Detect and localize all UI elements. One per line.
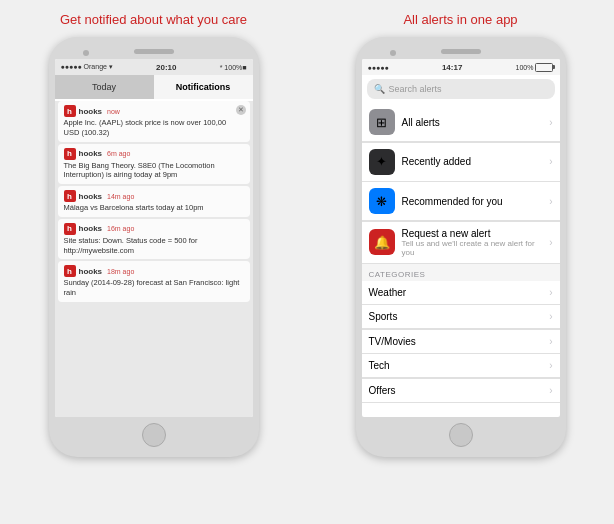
notif-app-3: hooks [79, 192, 103, 201]
notif-time-2: 6m ago [107, 150, 130, 157]
tab-today[interactable]: Today [55, 75, 154, 99]
notif-item-2: h hooks 6m ago The Big Bang Theory. S8E0… [58, 144, 250, 185]
notif-app-2: hooks [79, 149, 103, 158]
notif-time-5: 18m ago [107, 268, 134, 275]
notif-body-1: Apple Inc. (AAPL) stock price is now ove… [64, 118, 244, 138]
alerts-list: ⊞ All alerts › ✦ Recently added › ❋ Reco… [362, 103, 560, 403]
hooks-icon-4: h [64, 223, 76, 235]
speaker-left [134, 49, 174, 54]
weather-label: Weather [369, 287, 543, 298]
status-bar-left: ●●●●● Orange ▾ 20:10 * 100%■ [55, 59, 253, 75]
left-panel: Get notified about what you care ●●●●● O… [0, 0, 307, 524]
request-chevron: › [549, 237, 552, 248]
notif-header-3: h hooks 14m ago [64, 190, 244, 202]
offers-chevron: › [549, 385, 552, 396]
notif-header-2: h hooks 6m ago [64, 148, 244, 160]
category-tech[interactable]: Tech › [362, 354, 560, 378]
right-panel-title: All alerts in one app [403, 12, 517, 27]
sports-label: Sports [369, 311, 543, 322]
notif-time-1: now [107, 108, 120, 115]
right-screen: ●●●●● 14:17 100% 🔍 Search alerts ⊞ [362, 59, 560, 417]
tab-notifications[interactable]: Notifications [154, 75, 253, 99]
phone-bottom-right [362, 417, 560, 449]
category-tvmovies[interactable]: TV/Movies › [362, 330, 560, 354]
left-phone: ●●●●● Orange ▾ 20:10 * 100%■ Today Notif… [49, 37, 259, 457]
tech-chevron: › [549, 360, 552, 371]
right-panel: All alerts in one app ●●●●● 14:17 100% 🔍 [307, 0, 614, 524]
notif-item-5: h hooks 18m ago Sunday (2014-09-28) fore… [58, 261, 250, 302]
notif-item-4: h hooks 16m ago Site status: Down. Statu… [58, 219, 250, 260]
category-sports[interactable]: Sports › [362, 305, 560, 329]
notif-body-3: Málaga vs Barcelona starts today at 10pm [64, 203, 244, 213]
notif-header-5: h hooks 18m ago [64, 265, 244, 277]
notif-body-2: The Big Bang Theory. S8E0 (The Locomotio… [64, 161, 244, 181]
tvmovies-chevron: › [549, 336, 552, 347]
notif-time-3: 14m ago [107, 193, 134, 200]
request-icon: 🔔 [369, 229, 395, 255]
tvmovies-label: TV/Movies [369, 336, 543, 347]
battery-left: * 100%■ [220, 64, 247, 71]
recently-added-icon: ✦ [369, 149, 395, 175]
camera-left [83, 50, 89, 56]
nc-content: h hooks now ✕ Apple Inc. (AAPL) stock pr… [55, 101, 253, 417]
notif-app-1: hooks [79, 107, 103, 116]
carrier-right: ●●●●● [368, 64, 389, 71]
notif-item-1: h hooks now ✕ Apple Inc. (AAPL) stock pr… [58, 101, 250, 142]
status-bar-right: ●●●●● 14:17 100% [362, 59, 560, 75]
phone-top-right [362, 45, 560, 59]
home-button-right[interactable] [449, 423, 473, 447]
notif-body-5: Sunday (2014-09-28) forecast at San Fran… [64, 278, 244, 298]
home-button-left[interactable] [142, 423, 166, 447]
phone-bottom-left [55, 417, 253, 449]
weather-chevron: › [549, 287, 552, 298]
alert-item-request[interactable]: 🔔 Request a new alert Tell us and we'll … [362, 222, 560, 264]
tech-label: Tech [369, 360, 543, 371]
right-phone: ●●●●● 14:17 100% 🔍 Search alerts ⊞ [356, 37, 566, 457]
notif-header-4: h hooks 16m ago [64, 223, 244, 235]
notif-app-5: hooks [79, 267, 103, 276]
sports-chevron: › [549, 311, 552, 322]
request-sub: Tell us and we'll create a new alert for… [402, 239, 543, 257]
request-label: Request a new alert [402, 228, 543, 239]
request-text-block: Request a new alert Tell us and we'll cr… [402, 228, 543, 257]
recommended-icon: ❋ [369, 188, 395, 214]
recommended-label: Recommended for you [402, 196, 543, 207]
recommended-chevron: › [549, 196, 552, 207]
battery-bar-right [535, 63, 553, 72]
hooks-icon-5: h [64, 265, 76, 277]
recently-added-label: Recently added [402, 156, 543, 167]
battery-pct-right: 100% [516, 64, 534, 71]
all-alerts-icon: ⊞ [369, 109, 395, 135]
alert-item-recommended[interactable]: ❋ Recommended for you › [362, 182, 560, 221]
alert-item-all[interactable]: ⊞ All alerts › [362, 103, 560, 142]
notif-time-4: 16m ago [107, 225, 134, 232]
recently-added-chevron: › [549, 156, 552, 167]
category-offers[interactable]: Offers › [362, 379, 560, 403]
notif-header-1: h hooks now [64, 105, 244, 117]
alert-item-recent[interactable]: ✦ Recently added › [362, 143, 560, 182]
nc-tabs: Today Notifications [55, 75, 253, 99]
hooks-icon-2: h [64, 148, 76, 160]
battery-right: 100% [516, 63, 554, 72]
speaker-right [441, 49, 481, 54]
hooks-icon-1: h [64, 105, 76, 117]
search-placeholder: Search alerts [389, 84, 442, 94]
left-screen: ●●●●● Orange ▾ 20:10 * 100%■ Today Notif… [55, 59, 253, 417]
search-bar[interactable]: 🔍 Search alerts [367, 79, 555, 99]
search-icon: 🔍 [374, 84, 385, 94]
camera-right [390, 50, 396, 56]
notif-item-3: h hooks 14m ago Málaga vs Barcelona star… [58, 186, 250, 217]
carrier-left: ●●●●● Orange ▾ [61, 63, 113, 71]
offers-label: Offers [369, 385, 543, 396]
categories-header: CATEGORIES [362, 264, 560, 281]
hooks-icon-3: h [64, 190, 76, 202]
all-alerts-chevron: › [549, 117, 552, 128]
all-alerts-label: All alerts [402, 117, 543, 128]
left-panel-title: Get notified about what you care [60, 12, 247, 27]
notif-close-1[interactable]: ✕ [236, 105, 246, 115]
time-right: 14:17 [442, 63, 462, 72]
notif-body-4: Site status: Down. Status code = 500 for… [64, 236, 244, 256]
category-weather[interactable]: Weather › [362, 281, 560, 305]
phone-top-left [55, 45, 253, 59]
notif-app-4: hooks [79, 224, 103, 233]
